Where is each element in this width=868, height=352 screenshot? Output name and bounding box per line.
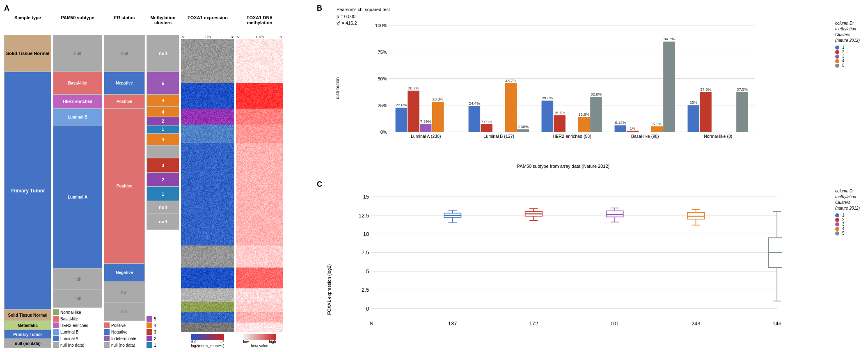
- meth-cluster-block: null: [147, 35, 179, 72]
- svg-text:146: 146: [772, 320, 781, 327]
- pam50-legend-null: null (no data): [53, 342, 102, 348]
- sample-type-primary-tumor-2: Primary Tumor: [4, 330, 51, 339]
- er-positive-1: Positive: [104, 94, 145, 109]
- svg-text:37.5%: 37.5%: [737, 87, 748, 91]
- foxa1-dna-gradient: [243, 334, 276, 340]
- meth-5-swatch: [147, 316, 152, 322]
- svg-rect-48: [700, 92, 712, 132]
- svg-text:37.5%: 37.5%: [700, 87, 712, 91]
- foxa1-dna-header: FOXA1 DNA methylation: [236, 14, 283, 35]
- er-status-column: ER status null Negative Positive Positiv…: [104, 14, 145, 348]
- svg-text:2.36%: 2.36%: [518, 124, 529, 129]
- foxa1-exp-scale: 6.0 17 log2(norm_count+1): [181, 334, 234, 348]
- svg-text:45.7%: 45.7%: [505, 78, 517, 83]
- er-legend-indeterminate: Indeterminate: [104, 336, 145, 341]
- foxa1-dna-scale-label: beta value: [251, 344, 268, 348]
- foxa1-dna-heatmap: [236, 39, 283, 332]
- bar-legend-items: 12345: [835, 45, 860, 68]
- pam50-null-top: null: [53, 35, 102, 72]
- svg-text:25%: 25%: [689, 100, 698, 105]
- svg-text:0: 0: [366, 306, 369, 312]
- box-legend-items: 12345: [835, 213, 860, 235]
- svg-text:101: 101: [610, 320, 619, 327]
- box-chart-legend: column D:methylationClusters(nature 2012…: [835, 188, 860, 235]
- meth-cluster-block: 1: [147, 187, 179, 201]
- svg-text:1%: 1%: [630, 126, 636, 130]
- svg-text:2.5: 2.5: [362, 287, 369, 293]
- box-chart-svg: 02.557.51012.515N137172101243146: [345, 188, 782, 331]
- svg-text:24.4%: 24.4%: [469, 101, 480, 105]
- meth-legend-4: 4: [147, 322, 179, 328]
- svg-rect-16: [432, 102, 444, 132]
- svg-text:10: 10: [363, 231, 369, 237]
- sample-type-metastatic: Metastatic: [4, 321, 51, 330]
- meth-cluster-block: 1: [147, 125, 179, 133]
- panel-a: A Sample type Solid Tissue Normal Primar…: [4, 4, 316, 348]
- foxa1-exp-scale-label: log2(norm_count+1): [191, 344, 224, 348]
- pam50-legend-her2: HER2-enriched: [53, 322, 102, 328]
- er-legend-negative: Negative: [104, 329, 145, 335]
- pam50-null-mid: null: [53, 269, 102, 289]
- pam50-luminala-swatch: [53, 336, 59, 341]
- svg-text:7.5: 7.5: [362, 249, 369, 256]
- bar-chart-svg: 0%25%50%75%100%22.6%38.7%7.39%28.3%Lumin…: [345, 12, 782, 151]
- er-null-label: null (no data): [111, 343, 135, 347]
- sample-type-solid-normal: Solid Tissue Normal: [4, 35, 51, 72]
- pam50-legend-luminalb: Luminal B: [53, 329, 102, 335]
- meth-cluster-block: 5: [147, 72, 179, 94]
- svg-text:7.39%: 7.39%: [420, 119, 432, 123]
- svg-rect-23: [505, 83, 517, 132]
- svg-text:243: 243: [692, 320, 701, 327]
- svg-rect-12: [408, 91, 419, 132]
- sample-type-header: Sample type: [4, 14, 51, 35]
- meth-legend-2: 2: [147, 336, 179, 341]
- meth-cluster-block: null: [147, 213, 179, 230]
- box-legend-item: 4: [835, 226, 860, 231]
- foxa1-dna-scale-labels: low high: [243, 340, 276, 344]
- pam50-luminala: Luminal A: [53, 125, 102, 269]
- svg-rect-39: [627, 131, 639, 132]
- er-null-bot: null: [104, 302, 145, 321]
- svg-text:22.6%: 22.6%: [396, 103, 407, 107]
- meth-2-label: 2: [154, 336, 156, 341]
- pam50-null-bot: null: [53, 289, 102, 308]
- bar-legend-item: 4: [835, 59, 860, 63]
- foxa1-exp-range: 5' 1kb 3': [181, 35, 234, 39]
- er-negative-label: Negative: [111, 330, 127, 334]
- panel-c-label: C: [317, 180, 322, 189]
- svg-rect-34: [590, 97, 602, 132]
- svg-text:5.1%: 5.1%: [653, 121, 662, 126]
- bar-legend-item: 1: [835, 45, 860, 50]
- svg-text:7.09%: 7.09%: [481, 119, 492, 124]
- svg-text:0%: 0%: [380, 129, 387, 135]
- meth-3-label: 3: [154, 330, 156, 334]
- pam50-basallike-label: Basal-like: [60, 317, 78, 321]
- svg-text:6.12%: 6.12%: [615, 120, 626, 125]
- svg-rect-14: [420, 124, 432, 132]
- pam50-basal: Basal-like: [53, 72, 102, 94]
- foxa1-dna-scale: low high beta value: [236, 334, 283, 348]
- svg-text:Basal-like (98): Basal-like (98): [631, 134, 659, 139]
- er-indeterminate-swatch: [104, 336, 110, 341]
- svg-text:100%: 100%: [375, 23, 387, 28]
- pam50-her2-label: HER2-enriched: [60, 323, 88, 328]
- sample-type-solid-normal-2: Solid Tissue Normal: [4, 309, 51, 321]
- meth-4-swatch: [147, 322, 152, 328]
- meth-legend-1: 1: [147, 342, 179, 348]
- bar-chart-x-label: PAM50 subtype from array data (Nature 20…: [345, 164, 782, 169]
- panel-a-label: A: [4, 4, 9, 13]
- svg-text:172: 172: [529, 320, 538, 327]
- pam50-luminalb-swatch: [53, 329, 59, 335]
- box-legend-item: 1: [835, 213, 860, 217]
- svg-text:N: N: [369, 320, 373, 327]
- bar-legend-item: 5: [835, 63, 860, 68]
- meth-3-swatch: [147, 329, 152, 335]
- meth-4-label: 4: [154, 323, 156, 328]
- svg-text:50%: 50%: [378, 76, 387, 81]
- pam50-normallike-label: Normal-like: [60, 310, 81, 315]
- svg-text:25%: 25%: [378, 103, 387, 108]
- svg-text:28.3%: 28.3%: [432, 97, 444, 101]
- foxa1-exp-scale-labels: 6.0 17: [191, 340, 224, 344]
- foxa1-exp-gradient: [191, 334, 224, 340]
- meth-cluster-block: [147, 146, 179, 158]
